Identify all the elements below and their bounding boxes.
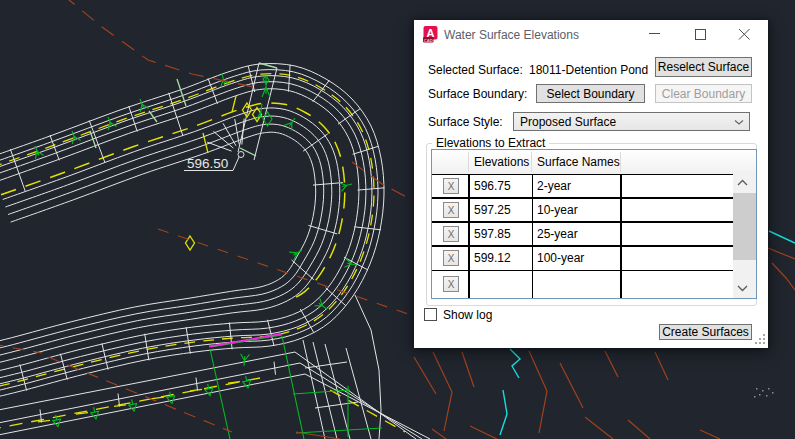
svg-text:596.50: 596.50 — [187, 156, 228, 171]
svg-text:CAD: CAD — [424, 38, 433, 43]
